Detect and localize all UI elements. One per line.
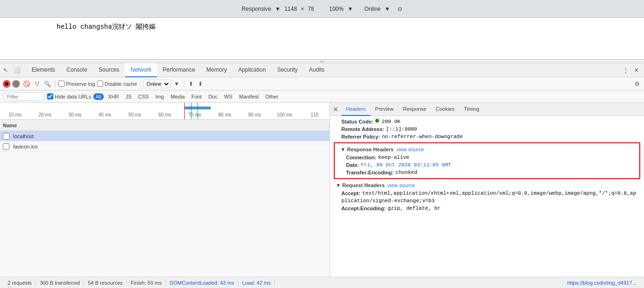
response-header-transfer-encoding: Transfer-Encoding: chunked bbox=[335, 169, 639, 176]
toolbar-divider-2 bbox=[140, 80, 140, 88]
table-row[interactable]: favicon.ico bbox=[0, 141, 330, 152]
toolbar-divider-3 bbox=[184, 80, 184, 88]
filter-type-js[interactable]: JS bbox=[123, 93, 134, 100]
requests-list: localhost favicon.ico bbox=[0, 131, 330, 277]
filter-type-all[interactable]: All bbox=[93, 93, 104, 100]
page-text: hello changsha浣犲ソ 闂挎嫗 bbox=[57, 23, 156, 31]
search-button[interactable]: 🔍 bbox=[42, 80, 52, 88]
tab-elements[interactable]: Elements bbox=[26, 63, 61, 77]
filter-input[interactable] bbox=[3, 92, 45, 101]
page-content: hello changsha浣犲ソ 闂挎嫗 bbox=[0, 18, 644, 59]
tab-performance[interactable]: Performance bbox=[157, 63, 201, 77]
devtools-right-icons: ⋮ ✕ bbox=[621, 66, 642, 74]
request-checkbox-favicon[interactable] bbox=[3, 143, 9, 150]
tab-sources[interactable]: Sources bbox=[93, 63, 125, 77]
width-value: 1148 bbox=[284, 6, 297, 12]
tab-application[interactable]: Application bbox=[232, 63, 272, 77]
tab-memory[interactable]: Memory bbox=[201, 63, 232, 77]
transferred-size: 300 B transferred bbox=[36, 280, 84, 286]
preserve-log-label[interactable]: Preserve log bbox=[58, 81, 95, 87]
timeline-label-10: 110 bbox=[299, 112, 330, 117]
load-time[interactable]: Load: 42 ms bbox=[239, 280, 275, 286]
throttle-dropdown[interactable]: ▼ bbox=[173, 80, 181, 88]
dropdown-icon[interactable]: ▼ bbox=[275, 6, 281, 12]
hide-data-urls-label[interactable]: Hide data URLs bbox=[47, 93, 91, 99]
network-main: 10 ms 20 ms 30 ms 40 ms 50 ms 60 ms 70 m… bbox=[0, 103, 644, 277]
response-headers-box: ▼ Response Headers view source Connectio… bbox=[334, 142, 640, 179]
filter-type-xhr[interactable]: XHR bbox=[106, 93, 121, 100]
headers-panel: ✕ Headers Preview Response Cookies Timin… bbox=[330, 103, 644, 277]
request-checkbox-localhost[interactable] bbox=[3, 133, 9, 140]
request-headers-view-source[interactable]: view source bbox=[388, 182, 415, 188]
request-headers-section: ▼ Request Headers view source Accept: te… bbox=[330, 181, 644, 212]
filter-type-media[interactable]: Media bbox=[168, 93, 187, 100]
timeline-finish-marker bbox=[198, 103, 198, 119]
zoom-label: 100% bbox=[329, 6, 344, 12]
table-row[interactable]: localhost bbox=[0, 131, 330, 141]
more-options-icon[interactable]: ⋮ bbox=[621, 66, 630, 74]
upload-icon[interactable]: ⬆ bbox=[187, 80, 195, 88]
tab-console[interactable]: Console bbox=[61, 63, 93, 77]
browser-top-bar: Responsive ▼ 1148 × 78 100% ▼ Online ▼ ⊙ bbox=[0, 0, 644, 18]
stop-button[interactable]: 🚫 bbox=[12, 80, 20, 88]
timeline-load-marker bbox=[191, 103, 191, 119]
tab-security[interactable]: Security bbox=[272, 63, 303, 77]
close-headers-button[interactable]: ✕ bbox=[332, 106, 339, 113]
filter-type-img[interactable]: Img bbox=[153, 93, 166, 100]
timeline-label-3: 40 ms bbox=[90, 112, 120, 117]
close-devtools-icon[interactable]: ✕ bbox=[633, 66, 640, 74]
inspect-icon[interactable]: ↖ bbox=[2, 66, 9, 74]
response-headers-title[interactable]: ▼ Response Headers view source bbox=[335, 145, 639, 154]
download-icon[interactable]: ⬇ bbox=[197, 80, 204, 88]
tab-response[interactable]: Response bbox=[398, 103, 431, 116]
requests-count: 2 requests bbox=[4, 280, 36, 286]
clear-button[interactable]: 🚫 bbox=[22, 80, 32, 88]
toolbar-divider-1 bbox=[55, 80, 56, 88]
filter-bar: Hide data URLs All XHR JS CSS Img Media … bbox=[0, 91, 644, 103]
filter-button[interactable]: ▽ bbox=[33, 80, 41, 88]
timeline-bar: 10 ms 20 ms 30 ms 40 ms 50 ms 60 ms 70 m… bbox=[0, 103, 330, 120]
record-button[interactable]: ⏺ bbox=[3, 80, 10, 88]
tab-headers[interactable]: Headers bbox=[341, 103, 371, 116]
tab-timing[interactable]: Timing bbox=[459, 103, 484, 116]
hide-data-urls-checkbox[interactable] bbox=[47, 93, 53, 99]
filter-type-ws[interactable]: WS bbox=[222, 93, 235, 100]
devtools-panel: ↖ ⬜ Elements Console Sources Network Per… bbox=[0, 63, 644, 288]
timeline-labels: 10 ms 20 ms 30 ms 40 ms 50 ms 60 ms 70 m… bbox=[0, 112, 330, 117]
devtools-tab-bar: ↖ ⬜ Elements Console Sources Network Per… bbox=[0, 63, 644, 77]
request-headers-title[interactable]: ▼ Request Headers view source bbox=[330, 181, 644, 189]
status-code-row: Status Code: 200 OK bbox=[330, 118, 644, 125]
tab-cookies[interactable]: Cookies bbox=[431, 103, 459, 116]
network-dropdown[interactable]: ▼ bbox=[385, 6, 390, 12]
device-icon[interactable]: ⬜ bbox=[12, 66, 22, 74]
zoom-dropdown[interactable]: ▼ bbox=[347, 6, 353, 12]
dom-content-loaded[interactable]: DOMContentLoaded: 43 ms bbox=[166, 280, 239, 286]
timeline-label-7: 80 ms bbox=[210, 112, 240, 117]
timeline-label-2: 30 ms bbox=[60, 112, 90, 117]
network-throttle-label: Online bbox=[364, 6, 381, 12]
timeline-label-8: 90 ms bbox=[239, 112, 270, 117]
tab-audits[interactable]: Audits bbox=[303, 63, 330, 77]
settings-icon[interactable]: ⊙ bbox=[397, 6, 402, 12]
preserve-log-checkbox[interactable] bbox=[58, 81, 65, 87]
disable-cache-checkbox[interactable] bbox=[97, 81, 103, 87]
status-bar: 2 requests 300 B transferred 54 B resour… bbox=[0, 277, 644, 288]
request-header-accept-encoding: Accept-Encoding: gzip, deflate, br bbox=[330, 205, 644, 212]
disable-cache-label[interactable]: Disable cache bbox=[97, 81, 137, 87]
filter-type-doc[interactable]: Doc bbox=[206, 93, 220, 100]
filter-type-manifest[interactable]: Manifest bbox=[237, 93, 261, 100]
tab-network[interactable]: Network bbox=[125, 63, 157, 77]
request-header-accept: Accept: text/html,application/xhtml+xml,… bbox=[330, 189, 644, 197]
response-headers-view-source[interactable]: view source bbox=[396, 147, 424, 152]
request-name-localhost: localhost bbox=[0, 133, 330, 140]
status-bar-url[interactable]: https://blog.csdn/img_d4917... bbox=[563, 280, 640, 286]
response-header-connection: Connection: keep-alive bbox=[335, 154, 639, 161]
filter-type-css[interactable]: CSS bbox=[136, 93, 151, 100]
throttle-select[interactable]: Online bbox=[143, 80, 171, 88]
response-header-date: Date: Fri, 09 Oct 2020 03:11:05 GMT bbox=[335, 161, 639, 169]
requests-panel: 10 ms 20 ms 30 ms 40 ms 50 ms 60 ms 70 m… bbox=[0, 103, 330, 277]
filter-type-font[interactable]: Font bbox=[189, 93, 204, 100]
filter-type-other[interactable]: Other bbox=[263, 93, 281, 100]
tab-preview[interactable]: Preview bbox=[371, 103, 398, 116]
settings-gear-icon[interactable]: ⚙ bbox=[633, 80, 641, 88]
